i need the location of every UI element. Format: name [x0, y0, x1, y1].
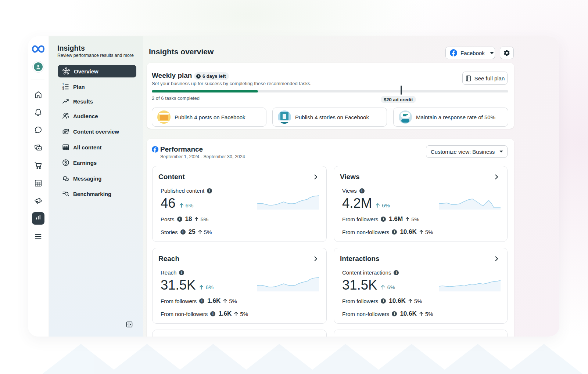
svg-text:3: 3 — [62, 88, 64, 90]
